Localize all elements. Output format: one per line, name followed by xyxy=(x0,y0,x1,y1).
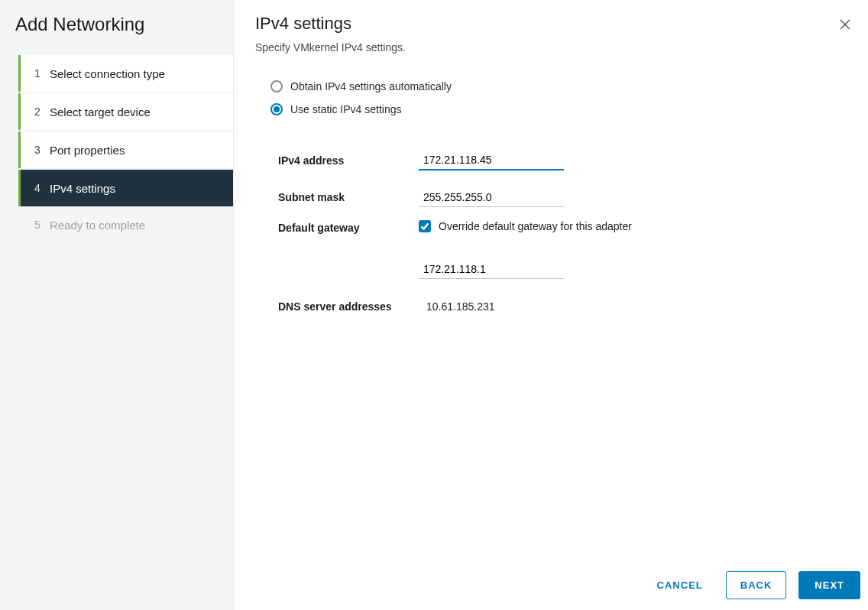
wizard-sidebar: Add Networking 1 Select connection type … xyxy=(0,0,234,610)
main-panel: IPv4 settings Specify VMkernel IPv4 sett… xyxy=(234,0,868,610)
radio-label: Use static IPv4 settings xyxy=(290,103,402,115)
checkbox-checked-icon xyxy=(419,220,431,232)
radio-auto[interactable]: Obtain IPv4 settings automatically xyxy=(270,75,847,98)
ipv4-address-input[interactable] xyxy=(419,151,564,170)
ipv4-address-label: IPv4 address xyxy=(278,154,419,167)
step-label: Ready to complete xyxy=(50,219,233,232)
step-num: 3 xyxy=(34,144,50,156)
step-label: IPv4 settings xyxy=(50,182,233,195)
radio-icon xyxy=(270,103,283,115)
step-4[interactable]: 4 IPv4 settings xyxy=(18,170,233,206)
dns-value: 10.61.185.231 xyxy=(419,300,495,313)
step-num: 5 xyxy=(34,219,50,231)
wizard-footer: CANCEL BACK NEXT xyxy=(646,571,860,599)
cancel-button[interactable]: CANCEL xyxy=(646,572,714,599)
step-1[interactable]: 1 Select connection type xyxy=(18,55,233,92)
step-label: Select connection type xyxy=(50,67,233,80)
step-num: 4 xyxy=(34,182,50,194)
wizard-title: Add Networking xyxy=(0,14,233,49)
radio-label: Obtain IPv4 settings automatically xyxy=(290,80,452,92)
panel-title: IPv4 settings xyxy=(255,14,847,34)
dns-label: DNS server addresses xyxy=(278,300,419,313)
wizard-steps: 1 Select connection type 2 Select target… xyxy=(18,55,233,243)
default-gateway-label: Default gateway xyxy=(278,220,419,234)
radio-icon xyxy=(270,80,283,92)
static-ipv4-form: IPv4 address Subnet mask Default gateway… xyxy=(278,142,847,325)
close-button[interactable] xyxy=(839,18,857,37)
step-label: Select target device xyxy=(50,105,233,118)
gateway-input[interactable] xyxy=(419,260,564,279)
step-num: 1 xyxy=(34,67,50,79)
override-gateway-checkbox[interactable]: Override default gateway for this adapte… xyxy=(419,220,632,232)
override-gateway-label: Override default gateway for this adapte… xyxy=(439,220,632,232)
step-num: 2 xyxy=(34,105,50,118)
radio-static[interactable]: Use static IPv4 settings xyxy=(270,98,847,121)
subnet-mask-label: Subnet mask xyxy=(278,191,419,203)
next-button[interactable]: NEXT xyxy=(798,571,860,599)
panel-subtitle: Specify VMkernel IPv4 settings. xyxy=(255,41,847,54)
step-2[interactable]: 2 Select target device xyxy=(18,93,233,130)
ipv4-mode-radios: Obtain IPv4 settings automatically Use s… xyxy=(270,75,847,121)
close-icon xyxy=(839,18,851,31)
step-3[interactable]: 3 Port properties xyxy=(18,131,233,168)
back-button[interactable]: BACK xyxy=(726,571,787,599)
subnet-mask-input[interactable] xyxy=(419,188,564,207)
step-5: 5 Ready to complete xyxy=(18,206,233,243)
step-label: Port properties xyxy=(50,144,233,157)
